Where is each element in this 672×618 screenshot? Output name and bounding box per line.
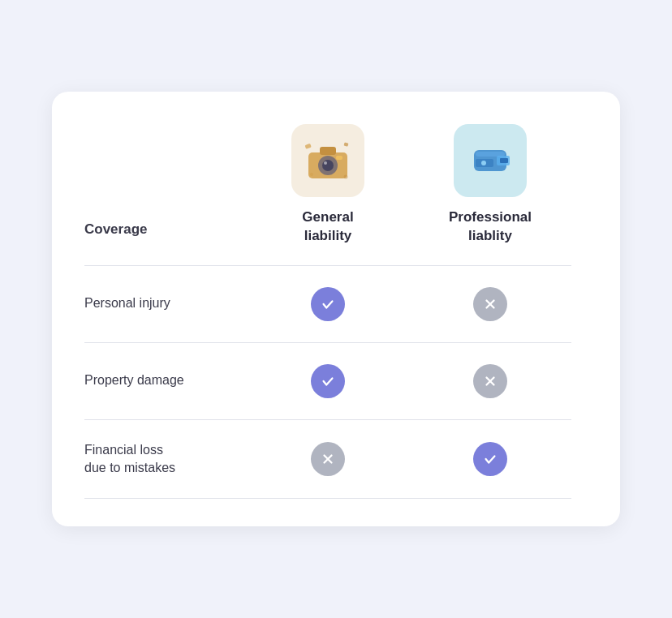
svg-rect-6 — [304, 144, 311, 149]
svg-rect-13 — [476, 152, 505, 157]
row-financial-loss-col1 — [247, 423, 409, 496]
coverage-header-cell: Coverage — [84, 124, 247, 262]
comparison-card: Coverage — [52, 92, 620, 527]
row1-divider — [84, 342, 571, 343]
row-property-damage-col1 — [247, 346, 409, 416]
coverage-label: Coverage — [84, 221, 147, 246]
col2-title: Professionalliablity — [449, 208, 532, 246]
svg-point-4 — [324, 161, 327, 165]
row-financial-loss-col2 — [409, 423, 571, 496]
svg-point-8 — [310, 173, 313, 176]
svg-point-3 — [322, 160, 334, 171]
svg-rect-5 — [336, 156, 342, 160]
check-no-icon — [473, 364, 507, 398]
row2-divider — [84, 419, 571, 420]
comparison-grid: Coverage — [84, 124, 588, 503]
svg-point-9 — [344, 175, 348, 179]
row-personal-injury-col2 — [409, 269, 571, 339]
header-divider — [84, 265, 571, 266]
svg-rect-1 — [320, 147, 336, 155]
professional-liability-icon-wrap — [454, 124, 527, 197]
row-property-damage-label: Property damage — [84, 346, 247, 416]
row-personal-injury-col1 — [247, 269, 409, 339]
col1-title: Generalliability — [302, 208, 353, 246]
col1-header: Generalliability — [247, 124, 409, 262]
row-financial-loss-label: Financial lossdue to mistakes — [84, 423, 247, 496]
check-yes-icon — [311, 364, 345, 398]
general-liability-icon-wrap — [291, 124, 364, 197]
check-no-icon — [473, 287, 507, 321]
camera-icon — [304, 138, 352, 182]
row-personal-injury-label: Personal injury — [84, 269, 247, 339]
check-no-icon — [311, 442, 345, 476]
check-yes-icon — [311, 287, 345, 321]
row-property-damage-col2 — [409, 346, 571, 416]
check-yes-icon — [473, 442, 507, 476]
svg-rect-12 — [500, 158, 508, 163]
col2-header: Professionalliablity — [409, 124, 571, 262]
usb-icon — [466, 138, 515, 182]
svg-rect-7 — [344, 143, 349, 147]
bottom-divider — [84, 498, 571, 499]
svg-point-15 — [481, 161, 486, 165]
